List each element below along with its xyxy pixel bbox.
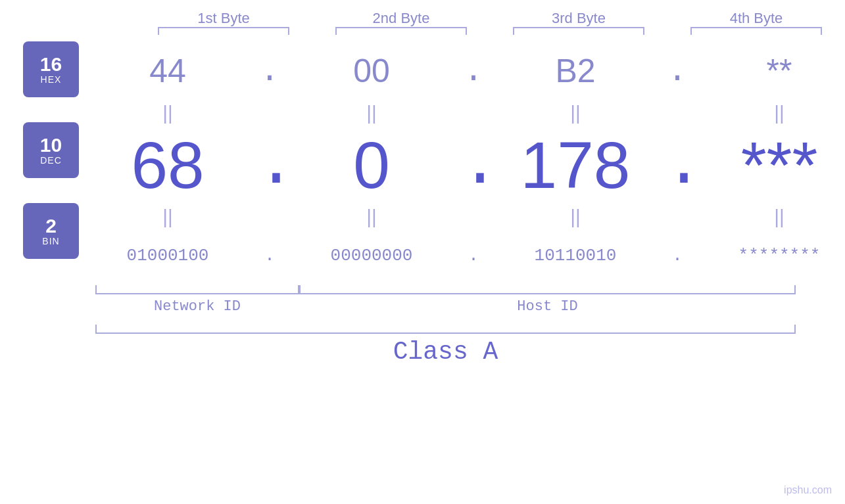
dec-val-2: 0 bbox=[283, 127, 460, 203]
data-grid: 44 . 00 . B2 . ** bbox=[79, 41, 845, 282]
bin-badge-number: 2 bbox=[45, 216, 57, 236]
hex-badge-label: HEX bbox=[41, 74, 62, 85]
bin-row: 01000100 . 00000000 . 10110010 . bbox=[79, 229, 845, 282]
bin-dot-2: . bbox=[460, 246, 487, 265]
bracket-3 bbox=[490, 27, 667, 35]
bin-val-3: 10110010 bbox=[487, 246, 664, 265]
bin-badge: 2 BIN bbox=[23, 203, 79, 259]
network-id-label: Network ID bbox=[95, 298, 299, 315]
hex-dot-1: . bbox=[256, 53, 283, 90]
id-brackets bbox=[95, 285, 845, 294]
bin-val-4: ******** bbox=[690, 246, 845, 265]
eq2-4: || bbox=[690, 206, 845, 228]
bin-dot-1: . bbox=[256, 246, 283, 265]
bin-dot-3: . bbox=[664, 246, 690, 265]
dec-row: 68 . 0 . 178 . *** bbox=[79, 126, 845, 204]
dec-dot-3: . bbox=[664, 128, 690, 202]
eq-1: || bbox=[79, 102, 256, 124]
hex-val-2: 00 bbox=[283, 52, 460, 90]
equals-row-1: || || || || bbox=[79, 101, 845, 126]
byte-header-2: 2nd Byte bbox=[312, 10, 490, 27]
hex-val-3: B2 bbox=[487, 52, 664, 90]
hex-val-4: ** bbox=[690, 52, 845, 90]
byte-header-4: 4th Byte bbox=[667, 10, 845, 27]
bin-badge-label: BIN bbox=[42, 236, 59, 246]
hex-badge-number: 16 bbox=[40, 55, 62, 74]
dec-val-1: 68 bbox=[79, 127, 256, 203]
badges-column: 16 HEX 10 DEC 2 BIN bbox=[23, 41, 79, 282]
eq2-2: || bbox=[283, 206, 460, 228]
hex-dot-3: . bbox=[664, 53, 690, 90]
dec-badge-number: 10 bbox=[40, 135, 62, 155]
dec-badge-label: DEC bbox=[40, 155, 62, 166]
dec-badge: 10 DEC bbox=[23, 122, 79, 178]
hex-dot-2: . bbox=[460, 53, 487, 90]
id-labels: Network ID Host ID bbox=[95, 298, 845, 315]
dec-val-4: *** bbox=[690, 127, 845, 203]
bracket-1 bbox=[135, 27, 312, 35]
dec-dot-1: . bbox=[256, 128, 283, 202]
eq-2: || bbox=[283, 102, 460, 124]
hex-row: 44 . 00 . B2 . ** bbox=[79, 41, 845, 101]
byte-header-3: 3rd Byte bbox=[490, 10, 667, 27]
bracket-4 bbox=[667, 27, 845, 35]
class-bracket bbox=[95, 325, 796, 334]
byte-headers: 1st Byte 2nd Byte 3rd Byte 4th Byte bbox=[135, 10, 845, 27]
host-id-bracket bbox=[299, 285, 796, 294]
eq2-3: || bbox=[487, 206, 664, 228]
bracket-2 bbox=[312, 27, 490, 35]
bottom-section: Network ID Host ID Class A bbox=[95, 285, 845, 366]
watermark: ipshu.com bbox=[784, 484, 832, 496]
equals-row-2: || || || || bbox=[79, 204, 845, 229]
top-brackets bbox=[135, 27, 845, 35]
eq-3: || bbox=[487, 102, 664, 124]
eq-4: || bbox=[690, 102, 845, 124]
hex-val-1: 44 bbox=[79, 52, 256, 90]
bin-val-2: 00000000 bbox=[283, 246, 460, 265]
class-label: Class A bbox=[95, 338, 796, 366]
eq2-1: || bbox=[79, 206, 256, 228]
dec-dot-2: . bbox=[460, 128, 487, 202]
dec-val-3: 178 bbox=[487, 127, 664, 203]
data-section: 16 HEX 10 DEC 2 BIN 44 bbox=[23, 41, 845, 282]
hex-badge: 16 HEX bbox=[23, 41, 79, 97]
network-id-bracket bbox=[95, 285, 299, 294]
bin-val-1: 01000100 bbox=[79, 246, 256, 265]
host-id-label: Host ID bbox=[299, 298, 796, 315]
byte-header-1: 1st Byte bbox=[135, 10, 312, 27]
main-layout: 1st Byte 2nd Byte 3rd Byte 4th Byte 16 H… bbox=[0, 0, 845, 504]
